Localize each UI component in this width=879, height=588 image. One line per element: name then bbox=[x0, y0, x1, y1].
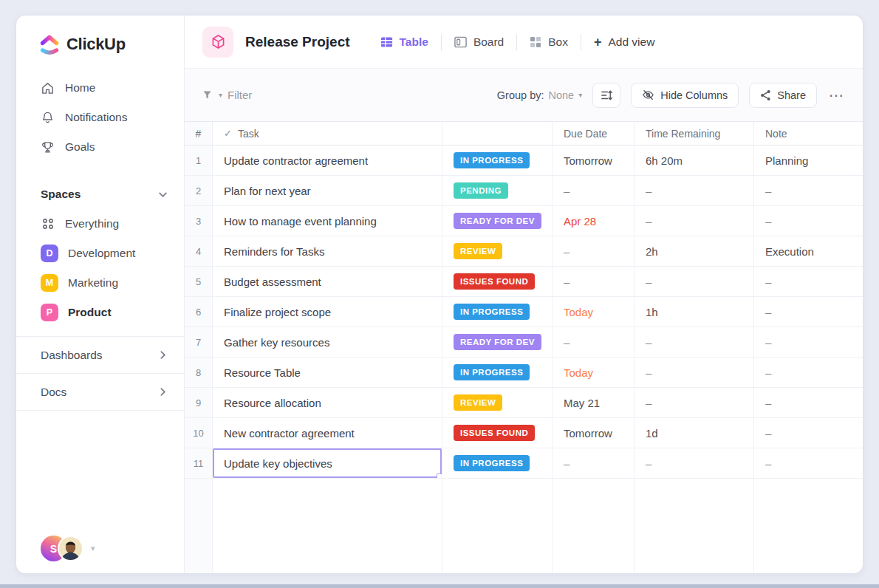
tab-box-view[interactable]: Box bbox=[517, 35, 581, 49]
time-remaining-cell[interactable]: – bbox=[635, 176, 754, 205]
task-name-cell[interactable]: Reminders for Tasks bbox=[213, 236, 442, 266]
note-cell[interactable]: – bbox=[754, 327, 863, 357]
status-badge[interactable]: ISSUES FOUND bbox=[454, 425, 535, 441]
table-row[interactable]: 10 New contractor agreement ISSUES FOUND… bbox=[185, 418, 863, 448]
note-cell[interactable]: Execution bbox=[754, 236, 863, 266]
table-row[interactable]: 4 Reminders for Tasks REVIEW – 2h Execut… bbox=[185, 236, 863, 267]
status-badge[interactable]: IN PROGRESS bbox=[454, 364, 530, 380]
sidebar-item-notifications[interactable]: Notifications bbox=[16, 103, 184, 132]
spaces-section-header[interactable]: Spaces bbox=[16, 180, 184, 209]
time-remaining-cell[interactable]: – bbox=[635, 206, 754, 236]
status-badge[interactable]: READY FOR DEV bbox=[454, 213, 541, 229]
task-name-cell[interactable]: Plan for next year bbox=[213, 176, 442, 205]
due-date-cell[interactable]: Tomorrow bbox=[553, 418, 635, 448]
table-row[interactable]: 11 Update key objectives IN PROGRESS – –… bbox=[185, 448, 863, 479]
sidebar-item-docs[interactable]: Docs bbox=[16, 374, 184, 410]
status-badge[interactable]: IN PROGRESS bbox=[454, 455, 530, 471]
table-row[interactable]: 6 Finalize project scope IN PROGRESS Tod… bbox=[185, 297, 863, 327]
time-remaining-cell[interactable]: 1h bbox=[635, 297, 754, 327]
task-name-cell[interactable]: How to manage event planning bbox=[213, 206, 442, 236]
time-remaining-cell[interactable]: – bbox=[635, 327, 754, 357]
sidebar-item-dashboards[interactable]: Dashboards bbox=[16, 337, 184, 373]
due-date-cell[interactable]: Tomorrow bbox=[553, 146, 635, 175]
due-date-cell[interactable]: May 21 bbox=[553, 388, 635, 417]
due-date-cell[interactable]: Today bbox=[553, 297, 635, 327]
status-badge[interactable]: ISSUES FOUND bbox=[454, 273, 535, 290]
time-remaining-cell[interactable]: 1d bbox=[635, 418, 754, 448]
table-row[interactable]: 3 How to manage event planning READY FOR… bbox=[185, 206, 863, 236]
column-header-number[interactable]: # bbox=[185, 122, 213, 145]
status-cell[interactable]: ISSUES FOUND bbox=[442, 418, 553, 448]
clickup-logo[interactable]: ClickUp bbox=[16, 33, 184, 55]
due-date-cell[interactable]: – bbox=[553, 267, 635, 296]
time-remaining-cell[interactable]: 2h bbox=[635, 236, 754, 266]
avatar-menu-caret[interactable]: ▾ bbox=[91, 544, 95, 553]
sidebar-item-development[interactable]: D Development bbox=[16, 239, 184, 268]
task-name-cell[interactable]: Gather key resources bbox=[213, 327, 442, 357]
note-cell[interactable]: – bbox=[754, 297, 863, 327]
status-cell[interactable]: ISSUES FOUND bbox=[442, 267, 553, 296]
note-cell[interactable]: – bbox=[754, 206, 863, 236]
group-by-control[interactable]: Group by: None ▾ bbox=[497, 89, 582, 101]
note-cell[interactable]: – bbox=[754, 176, 863, 205]
status-cell[interactable]: READY FOR DEV bbox=[442, 206, 553, 236]
due-date-cell[interactable]: – bbox=[553, 327, 635, 357]
status-cell[interactable]: IN PROGRESS bbox=[442, 146, 553, 175]
teammate-avatar[interactable] bbox=[58, 536, 83, 561]
task-name-cell[interactable]: Update contractor agreement bbox=[213, 146, 442, 175]
status-badge[interactable]: REVIEW bbox=[454, 394, 502, 411]
table-row[interactable]: 5 Budget assessment ISSUES FOUND – – – bbox=[185, 267, 863, 297]
note-cell[interactable]: – bbox=[754, 267, 863, 296]
more-options-button[interactable]: ⋯ bbox=[829, 88, 845, 103]
column-header-task[interactable]: ✓ Task bbox=[213, 122, 442, 145]
due-date-cell[interactable]: – bbox=[553, 176, 635, 205]
status-badge[interactable]: PENDING bbox=[454, 182, 508, 199]
status-cell[interactable]: IN PROGRESS bbox=[442, 448, 553, 478]
note-cell[interactable]: – bbox=[754, 448, 863, 478]
due-date-cell[interactable]: Apr 28 bbox=[553, 206, 635, 236]
status-badge[interactable]: READY FOR DEV bbox=[454, 334, 541, 350]
sidebar-item-home[interactable]: Home bbox=[16, 73, 184, 103]
task-name-cell[interactable]: Finalize project scope bbox=[213, 297, 442, 327]
task-name-cell[interactable]: Resource allocation bbox=[213, 388, 442, 417]
column-header-status[interactable] bbox=[442, 122, 553, 145]
column-header-note[interactable]: Note bbox=[754, 122, 863, 145]
sidebar-item-everything[interactable]: Everything bbox=[16, 209, 184, 239]
time-remaining-cell[interactable]: – bbox=[635, 358, 754, 387]
tab-board-view[interactable]: Board bbox=[442, 35, 516, 49]
note-cell[interactable]: – bbox=[754, 418, 863, 448]
table-row[interactable]: 7 Gather key resources READY FOR DEV – –… bbox=[185, 327, 863, 358]
status-cell[interactable]: IN PROGRESS bbox=[442, 358, 553, 387]
add-view-button[interactable]: + Add view bbox=[581, 35, 667, 49]
sidebar-item-product[interactable]: P Product bbox=[16, 298, 184, 327]
task-name-cell[interactable]: Budget assessment bbox=[213, 267, 442, 296]
due-date-cell[interactable]: – bbox=[553, 448, 635, 478]
sidebar-item-goals[interactable]: Goals bbox=[16, 132, 184, 162]
time-remaining-cell[interactable]: – bbox=[635, 267, 754, 296]
hide-columns-button[interactable]: Hide Columns bbox=[631, 83, 739, 108]
note-cell[interactable]: – bbox=[754, 388, 863, 417]
due-date-cell[interactable]: Today bbox=[553, 358, 635, 387]
time-remaining-cell[interactable]: – bbox=[635, 388, 754, 417]
filter-button[interactable]: ▾ Filter bbox=[202, 89, 252, 101]
status-cell[interactable]: REVIEW bbox=[442, 388, 553, 417]
tab-table-view[interactable]: Table bbox=[368, 35, 441, 49]
note-cell[interactable]: Planning bbox=[754, 146, 863, 175]
time-remaining-cell[interactable]: – bbox=[635, 448, 754, 478]
status-badge[interactable]: IN PROGRESS bbox=[454, 304, 530, 320]
time-remaining-cell[interactable]: 6h 20m bbox=[635, 146, 754, 175]
column-header-due-date[interactable]: Due Date bbox=[553, 122, 635, 145]
status-badge[interactable]: IN PROGRESS bbox=[454, 152, 530, 168]
status-badge[interactable]: REVIEW bbox=[454, 243, 502, 259]
task-name-cell[interactable]: Resource Table bbox=[213, 358, 442, 387]
status-cell[interactable]: REVIEW bbox=[442, 236, 553, 266]
status-cell[interactable]: PENDING bbox=[442, 176, 553, 205]
table-row[interactable]: 9 Resource allocation REVIEW May 21 – – bbox=[185, 388, 863, 418]
task-name-cell[interactable]: New contractor agreement bbox=[213, 418, 442, 448]
column-header-time-remaining[interactable]: Time Remaining bbox=[635, 122, 754, 145]
table-row[interactable]: 1 Update contractor agreement IN PROGRES… bbox=[185, 146, 863, 176]
table-row[interactable]: 8 Resource Table IN PROGRESS Today – – bbox=[185, 358, 863, 388]
task-name-cell[interactable]: Update key objectives bbox=[213, 448, 442, 478]
status-cell[interactable]: IN PROGRESS bbox=[442, 297, 553, 327]
sort-settings-button[interactable] bbox=[592, 83, 620, 108]
